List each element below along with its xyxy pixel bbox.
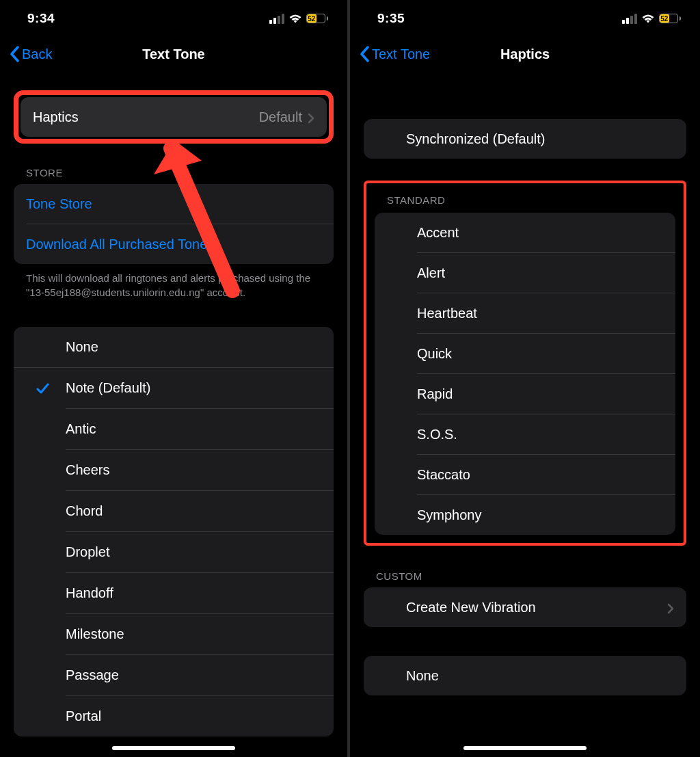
standard-header: STANDARD bbox=[375, 190, 675, 213]
store-header: STORE bbox=[14, 167, 334, 184]
tone-store-link[interactable]: Tone Store bbox=[14, 184, 334, 224]
tone-label: Portal bbox=[66, 708, 101, 724]
synchronized-row[interactable]: Synchronized (Default) bbox=[364, 119, 686, 159]
tone-item[interactable]: Milestone bbox=[14, 614, 334, 654]
back-label: Text Tone bbox=[372, 47, 430, 62]
tone-item[interactable]: Cheers bbox=[14, 450, 334, 490]
tone-label: Note (Default) bbox=[66, 380, 151, 396]
status-time: 9:34 bbox=[27, 11, 55, 26]
haptic-item[interactable]: Quick bbox=[375, 334, 675, 373]
nav-bar: Text Tone Haptics bbox=[350, 37, 700, 71]
back-button[interactable]: Text Tone bbox=[360, 46, 430, 62]
standard-highlight: STANDARD AccentAlertHeartbeatQuickRapidS… bbox=[364, 181, 686, 546]
battery-level: 52 bbox=[308, 15, 315, 23]
battery-icon: 52 bbox=[659, 14, 681, 23]
status-bar: 9:35 52 bbox=[350, 0, 700, 37]
haptic-item[interactable]: Alert bbox=[375, 253, 675, 293]
tone-item[interactable]: Antic bbox=[14, 409, 334, 449]
haptic-item[interactable]: Symphony bbox=[375, 495, 675, 535]
download-tones-link[interactable]: Download All Purchased Tones bbox=[14, 224, 334, 264]
nav-bar: Back Text Tone bbox=[0, 37, 347, 71]
checkmark-icon bbox=[36, 382, 49, 395]
page-title: Haptics bbox=[500, 47, 550, 62]
haptic-label: Quick bbox=[417, 346, 452, 362]
tone-label: Handoff bbox=[66, 585, 113, 601]
haptic-label: Heartbeat bbox=[417, 306, 477, 321]
store-footer: This will download all ringtones and ale… bbox=[14, 264, 334, 300]
status-time: 9:35 bbox=[377, 11, 405, 26]
signal-icon bbox=[622, 14, 637, 24]
tone-label: Antic bbox=[66, 421, 96, 437]
battery-icon: 52 bbox=[306, 14, 328, 23]
haptics-label: Haptics bbox=[33, 109, 79, 125]
phone-left: 9:34 52 Back Text Tone Haptics Default bbox=[0, 0, 350, 757]
haptic-item[interactable]: Rapid bbox=[375, 374, 675, 414]
haptics-value: Default bbox=[259, 109, 302, 125]
chevron-left-icon bbox=[360, 46, 369, 62]
signal-icon bbox=[269, 14, 284, 24]
haptic-label: S.O.S. bbox=[417, 427, 457, 442]
haptic-label: Symphony bbox=[417, 507, 482, 523]
haptics-row[interactable]: Haptics Default bbox=[21, 97, 327, 137]
tone-item[interactable]: Passage bbox=[14, 655, 334, 695]
back-label: Back bbox=[22, 47, 52, 62]
chevron-right-icon bbox=[308, 111, 314, 122]
haptic-item[interactable]: Heartbeat bbox=[375, 293, 675, 333]
tone-item[interactable]: Note (Default) bbox=[14, 368, 334, 408]
tone-list: None Note (Default)AnticCheersChordDropl… bbox=[14, 327, 334, 736]
tone-label: Passage bbox=[66, 667, 119, 683]
phone-right: 9:35 52 Text Tone Haptics Synchronized (… bbox=[350, 0, 700, 757]
tone-item[interactable]: Chord bbox=[14, 491, 334, 531]
home-indicator[interactable] bbox=[112, 746, 235, 750]
home-indicator[interactable] bbox=[463, 746, 587, 750]
tone-item[interactable]: Portal bbox=[14, 696, 334, 736]
status-bar: 9:34 52 bbox=[0, 0, 347, 37]
wifi-icon bbox=[288, 14, 302, 24]
haptic-item[interactable]: S.O.S. bbox=[375, 414, 675, 454]
status-indicators: 52 bbox=[622, 14, 681, 24]
wifi-icon bbox=[641, 14, 655, 24]
chevron-right-icon bbox=[667, 602, 674, 613]
create-vibration-row[interactable]: Create New Vibration bbox=[364, 587, 686, 627]
tone-label: Droplet bbox=[66, 544, 109, 560]
haptics-none-row[interactable]: None bbox=[364, 656, 686, 695]
custom-header: CUSTOM bbox=[364, 570, 686, 587]
haptics-highlight: Haptics Default bbox=[14, 90, 334, 144]
chevron-left-icon bbox=[10, 46, 19, 62]
tone-none[interactable]: None bbox=[14, 327, 334, 367]
haptic-item[interactable]: Staccato bbox=[375, 455, 675, 494]
tone-label: Milestone bbox=[66, 626, 124, 642]
tone-label: Chord bbox=[66, 503, 103, 519]
page-title: Text Tone bbox=[142, 47, 204, 62]
haptic-item[interactable]: Accent bbox=[375, 213, 675, 252]
tone-item[interactable]: Droplet bbox=[14, 532, 334, 572]
tone-label: Cheers bbox=[66, 462, 109, 478]
haptic-label: Staccato bbox=[417, 467, 470, 483]
haptic-label: Rapid bbox=[417, 386, 453, 402]
back-button[interactable]: Back bbox=[10, 46, 52, 62]
battery-level: 52 bbox=[660, 15, 668, 23]
tone-item[interactable]: Handoff bbox=[14, 573, 334, 613]
haptic-label: Accent bbox=[417, 225, 459, 241]
haptic-label: Alert bbox=[417, 265, 445, 281]
status-indicators: 52 bbox=[269, 14, 328, 24]
